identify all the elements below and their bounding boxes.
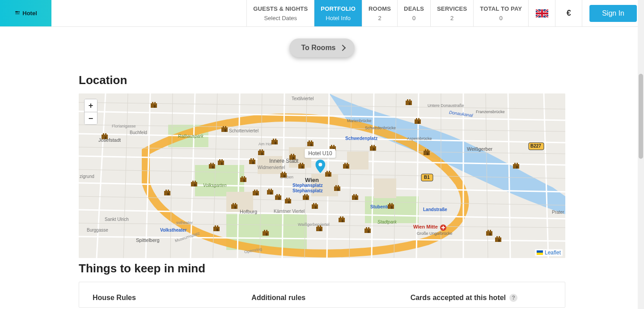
poi-icon[interactable] xyxy=(231,202,240,209)
poi-icon[interactable] xyxy=(262,229,271,236)
poi-icon[interactable] xyxy=(191,179,199,186)
brand-logo[interactable]: Hotel xyxy=(0,0,51,26)
to-rooms-button[interactable]: To Rooms xyxy=(289,38,354,57)
map-label-stulrich: Sankt Ulrich xyxy=(105,217,129,222)
poi-icon[interactable] xyxy=(150,101,159,108)
map-zoom: + − xyxy=(84,99,97,125)
language-selector[interactable] xyxy=(528,0,555,26)
poi-icon[interactable] xyxy=(275,193,284,200)
topbar: Hotel GUESTS & NIGHTS Select Dates PORTF… xyxy=(0,0,644,27)
poi-icon[interactable] xyxy=(258,148,267,155)
poi-icon[interactable] xyxy=(249,157,258,164)
currency-selector[interactable]: € xyxy=(555,0,582,26)
topbar-spacer xyxy=(51,0,246,26)
map-label-b227: B227 xyxy=(530,144,541,148)
nav-rooms-sub: 2 xyxy=(378,15,381,21)
col-cards-accepted: Cards accepted at this hotel ? xyxy=(411,294,551,302)
svg-rect-6 xyxy=(195,165,244,196)
scroll-thumb[interactable] xyxy=(639,74,643,159)
poi-icon[interactable] xyxy=(352,193,360,200)
svg-point-20 xyxy=(318,163,322,166)
map-label-volkstheater: Volkstheater xyxy=(160,228,186,233)
map-label-weissgerber: Weißgerber xyxy=(467,146,492,152)
nav-portfolio-title: PORTFOLIO xyxy=(321,6,356,13)
nav-total[interactable]: TOTAL TO PAY 0 xyxy=(473,0,528,26)
map-label-grosseung: Große Ungarbrücke xyxy=(417,231,453,236)
nav-services[interactable]: SERVICES 2 xyxy=(430,0,473,26)
poi-icon[interactable] xyxy=(213,224,222,231)
map-label-karntner: Kärntner Viertel xyxy=(274,209,305,214)
poi-icon[interactable] xyxy=(343,161,352,169)
poi-icon[interactable] xyxy=(217,158,226,165)
poi-icon[interactable] xyxy=(240,175,249,182)
hotel-pin[interactable]: Hotel U10 xyxy=(305,149,335,173)
zoom-in-button[interactable]: + xyxy=(85,99,97,112)
cards-title-text: Cards accepted at this hotel xyxy=(411,294,506,302)
chevron-right-icon xyxy=(339,45,345,51)
poi-icon[interactable] xyxy=(311,202,320,209)
map-label-schwedenplatz: Schwedenplatz xyxy=(345,136,377,141)
zoom-out-button[interactable]: − xyxy=(85,112,97,124)
col-additional-rules: Additional rules xyxy=(251,294,392,302)
nav-deals-title: DEALS xyxy=(404,6,424,13)
map-label-marienbrucke: Marienbrücke xyxy=(347,119,372,123)
poi-icon[interactable] xyxy=(334,184,343,191)
map-label-burggasse: Burggasse xyxy=(87,228,108,233)
poi-icon[interactable] xyxy=(387,202,396,209)
map-label-volksgarten: Volksgarten xyxy=(203,183,226,188)
map-label-schotten: Schottenviertel xyxy=(229,128,258,133)
nav-guests[interactable]: GUESTS & NIGHTS Select Dates xyxy=(246,0,314,26)
poi-icon[interactable] xyxy=(405,98,414,105)
poi-icon[interactable] xyxy=(221,125,230,132)
scrollbar[interactable] xyxy=(638,0,644,308)
poi-icon[interactable] xyxy=(513,161,521,169)
poi-icon[interactable] xyxy=(101,132,110,139)
poi-icon[interactable] xyxy=(369,144,378,151)
to-rooms-row: To Rooms xyxy=(0,27,644,70)
flag-ua-icon xyxy=(537,250,543,255)
poi-icon[interactable] xyxy=(208,161,217,169)
location-heading: Location xyxy=(79,73,565,87)
help-icon[interactable]: ? xyxy=(509,294,517,302)
nav-deals[interactable]: DEALS 0 xyxy=(397,0,430,26)
map-label-wien: Wien xyxy=(305,177,319,183)
nav-total-sub: 0 xyxy=(500,15,503,21)
content-container: Location xyxy=(79,73,565,308)
map-label-buchfeld: Buchfeld xyxy=(130,130,147,135)
poi-icon[interactable] xyxy=(284,196,293,203)
poi-icon[interactable] xyxy=(302,193,311,200)
poi-icon[interactable] xyxy=(267,187,275,195)
map-label-stephansplatz1: Stephansplatz xyxy=(292,183,323,188)
map-label-rathauspark: Rathauspark xyxy=(178,134,203,139)
map-label-floriani: Florianigasse xyxy=(112,124,136,128)
map-label-schwedenbrucke: Schwedenbrücke xyxy=(365,126,396,130)
poi-icon[interactable] xyxy=(280,170,289,178)
hotel-label: Hotel U10 xyxy=(305,149,335,158)
map-attribution[interactable]: Leaflet xyxy=(535,249,563,256)
poi-icon[interactable] xyxy=(486,229,495,236)
map-label-aspernbrucke: Aspernbrücke xyxy=(407,136,432,141)
map[interactable]: Wien Stephansplatz Stephansplatz Innere … xyxy=(79,93,565,258)
poi-icon[interactable] xyxy=(364,226,373,233)
nav-total-title: TOTAL TO PAY xyxy=(480,6,522,13)
map-label-prater: Prater xyxy=(552,210,564,215)
poi-icon[interactable] xyxy=(271,137,280,144)
poi-icon[interactable] xyxy=(316,224,325,231)
poi-icon[interactable] xyxy=(414,117,423,124)
poi-icon[interactable] xyxy=(423,148,432,155)
poi-icon[interactable] xyxy=(164,188,173,195)
nav-rooms[interactable]: ROOMS 2 xyxy=(362,0,397,26)
poi-icon[interactable] xyxy=(289,152,298,160)
poi-icon[interactable] xyxy=(495,235,504,242)
svg-rect-15 xyxy=(374,178,396,198)
flag-uk-icon xyxy=(536,9,548,17)
poi-icon[interactable] xyxy=(252,188,261,195)
poi-icon[interactable] xyxy=(338,215,347,222)
nav-guests-title: GUESTS & NIGHTS xyxy=(253,6,308,13)
nav-portfolio[interactable]: PORTFOLIO Hotel Info xyxy=(314,0,362,26)
poi-icon[interactable] xyxy=(307,139,316,146)
map-label-zigrund: zigrund xyxy=(80,174,94,179)
hotel-bed-icon xyxy=(14,9,21,17)
things-heading: Things to keep in mind xyxy=(79,262,565,275)
signin-button[interactable]: Sign In xyxy=(589,5,637,22)
